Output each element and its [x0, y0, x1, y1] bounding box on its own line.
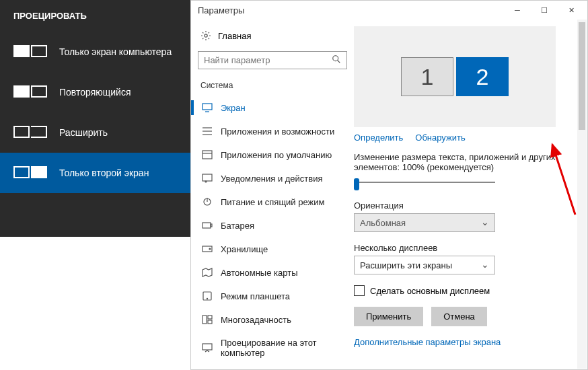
nav-notifications[interactable]: Уведомления и действия [198, 167, 347, 190]
project-option-label: Только второй экран [59, 168, 149, 178]
sidebar-section: Система [198, 77, 347, 96]
nav-label: Экран [221, 103, 246, 113]
scale-label: Изменение размера текста, приложений и д… [354, 152, 575, 172]
svg-rect-20 [203, 316, 207, 324]
power-icon [202, 196, 213, 207]
nav-display[interactable]: Экран [198, 96, 347, 119]
monitor-2[interactable]: 2 [456, 57, 509, 96]
nav-tablet-mode[interactable]: Режим планшета [198, 285, 347, 307]
detect-link[interactable]: Обнаружить [415, 133, 465, 143]
extend-icon [13, 123, 46, 142]
duplicate-icon [13, 83, 46, 102]
cancel-button[interactable]: Отмена [431, 307, 487, 326]
close-button[interactable]: ✕ [558, 2, 585, 18]
nav-battery[interactable]: Батарея [198, 214, 347, 237]
tablet-icon [202, 291, 213, 301]
settings-sidebar: Главная Система Экран Приложения и возмо… [191, 20, 354, 369]
window-title: Параметры [198, 5, 244, 15]
multiple-displays-select[interactable]: Расширить эти экраны [354, 256, 495, 274]
minimize-button[interactable]: ─ [504, 2, 531, 18]
multitask-icon [202, 314, 213, 325]
orientation-value: Альбомная [360, 218, 406, 228]
advanced-display-link[interactable]: Дополнительные параметры экрана [354, 337, 501, 347]
make-main-checkbox[interactable]: Сделать основным дисплеем [354, 285, 575, 296]
nav-label: Автономные карты [221, 268, 298, 278]
nav-projecting[interactable]: Проецирование на этот компьютер [198, 332, 347, 364]
scale-slider[interactable] [354, 175, 495, 191]
nav-label: Питание и спящий режим [221, 197, 324, 207]
identify-link[interactable]: Определить [354, 133, 403, 143]
project-flyout: ПРОЕЦИРОВАТЬ Только экран компьютера Пов… [0, 0, 190, 237]
svg-rect-10 [203, 174, 212, 181]
checkbox-icon [354, 285, 365, 296]
project-option-pc-only[interactable]: Только экран компьютера [0, 32, 190, 72]
project-option-label: Расширить [59, 127, 108, 138]
notifications-icon [202, 173, 213, 184]
nav-power-sleep[interactable]: Питание и спящий режим [198, 190, 347, 213]
svg-point-17 [209, 248, 211, 250]
svg-rect-3 [203, 104, 212, 110]
svg-rect-15 [211, 224, 212, 227]
nav-label: Проецирование на этот компьютер [221, 338, 343, 358]
svg-rect-23 [203, 344, 212, 350]
svg-point-0 [205, 34, 207, 37]
apply-button[interactable]: Применить [354, 307, 423, 326]
multiple-displays-value: Расширить эти экраны [360, 260, 452, 270]
list-icon [202, 126, 213, 137]
search-box[interactable] [198, 51, 347, 69]
make-main-label: Сделать основным дисплеем [370, 286, 490, 296]
settings-window: Параметры ─ ☐ ✕ Главная [190, 0, 588, 370]
nav-label: Хранилище [221, 244, 268, 254]
orientation-select[interactable]: Альбомная [354, 213, 495, 232]
svg-rect-22 [208, 320, 212, 324]
flyout-title: ПРОЕЦИРОВАТЬ [0, 5, 190, 32]
storage-icon [202, 244, 213, 254]
nav-apps-features[interactable]: Приложения и возможности [198, 120, 347, 143]
map-icon [202, 267, 213, 278]
svg-rect-21 [208, 316, 212, 319]
nav-default-apps[interactable]: Приложения по умолчанию [198, 143, 347, 166]
multiple-displays-label: Несколько дисплеев [354, 243, 575, 253]
project-option-label: Повторяющийся [59, 87, 131, 98]
nav-multitasking[interactable]: Многозадачность [198, 308, 347, 331]
nav-label: Приложения по умолчанию [221, 150, 332, 160]
nav-storage[interactable]: Хранилище [198, 237, 347, 260]
maximize-button[interactable]: ☐ [531, 2, 558, 18]
nav-label: Батарея [221, 221, 254, 231]
svg-line-2 [338, 61, 340, 63]
second-screen-only-icon [13, 163, 46, 182]
project-option-duplicate[interactable]: Повторяющийся [0, 72, 190, 112]
home-label: Главная [218, 31, 251, 41]
search-icon [332, 54, 341, 66]
svg-point-19 [207, 298, 207, 299]
svg-rect-8 [203, 151, 212, 159]
nav-offline-maps[interactable]: Автономные карты [198, 261, 347, 284]
monitor-arrangement[interactable]: 1 2 [354, 26, 556, 127]
home-link[interactable]: Главная [198, 25, 347, 46]
svg-point-1 [333, 56, 338, 61]
monitor-1[interactable]: 1 [401, 57, 453, 96]
svg-point-11 [205, 181, 207, 182]
display-settings-panel: 1 2 Определить Обнаружить Изменение разм… [354, 20, 587, 369]
project-option-extend[interactable]: Расширить [0, 112, 190, 153]
gear-icon [200, 30, 211, 41]
nav-label: Режим планшета [221, 291, 290, 301]
nav-label: Приложения и возможности [221, 126, 334, 137]
battery-icon [202, 220, 213, 231]
nav-label: Многозадачность [221, 315, 291, 325]
nav-label: Уведомления и действия [221, 174, 323, 184]
display-icon [202, 102, 213, 113]
project-option-second-only[interactable]: Только второй экран [0, 153, 190, 193]
svg-rect-14 [203, 223, 211, 228]
titlebar: Параметры ─ ☐ ✕ [191, 1, 587, 20]
pc-screen-only-icon [13, 42, 46, 61]
search-input[interactable] [204, 55, 332, 65]
default-apps-icon [202, 149, 213, 160]
project-option-label: Только экран компьютера [59, 46, 172, 57]
orientation-label: Ориентация [354, 200, 575, 211]
project-icon [202, 342, 213, 353]
